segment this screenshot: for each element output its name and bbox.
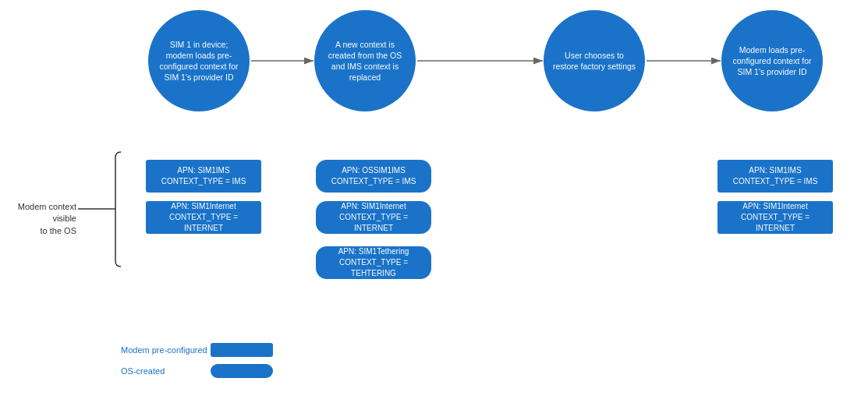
ctx-box-1a: APN: SIM1IMSCONTEXT_TYPE = IMS — [146, 160, 261, 193]
ctx-box-4a-text: APN: SIM1IMSCONTEXT_TYPE = IMS — [733, 165, 818, 187]
ctx-box-4a: APN: SIM1IMSCONTEXT_TYPE = IMS — [717, 160, 833, 193]
ctx-box-2b: APN: SIM1InternetCONTEXT_TYPE = INTERNET — [316, 201, 431, 234]
ctx-box-2c: APN: SIM1TetheringCONTEXT_TYPE = TEHTERI… — [316, 246, 431, 279]
modem-label-line1: Modem context visible — [18, 202, 76, 223]
legend-modem-pre-text: Modem pre-configured — [121, 345, 207, 355]
modem-label-line2: to the OS — [41, 226, 76, 235]
legend-os-created-box — [211, 364, 273, 378]
circle-step4: Modem loads pre-configured context for S… — [721, 10, 823, 111]
legend-modem-pre-label: Modem pre-configured — [121, 345, 207, 355]
circle4-text: Modem loads pre-configured context for S… — [729, 44, 815, 78]
diagram-container: SIM 1 in device; modem loads pre-configu… — [0, 0, 868, 417]
circle2-text: A new context is created from the OS and… — [322, 39, 408, 83]
ctx-box-2a-text: APN: OSSIM1IMSCONTEXT_TYPE = IMS — [331, 165, 416, 187]
ctx-box-1b: APN: SIM1InternetCONTEXT_TYPE = INTERNET — [146, 201, 261, 234]
ctx-box-2b-text: APN: SIM1InternetCONTEXT_TYPE = INTERNET — [322, 201, 425, 234]
circle-step3: User chooses to restore factory settings — [544, 10, 645, 111]
ctx-box-2a: APN: OSSIM1IMSCONTEXT_TYPE = IMS — [316, 160, 431, 193]
legend-modem-pre-box — [211, 343, 273, 357]
ctx-box-1a-text: APN: SIM1IMSCONTEXT_TYPE = IMS — [161, 165, 246, 187]
circle-step2: A new context is created from the OS and… — [314, 10, 416, 111]
bracket — [115, 152, 121, 267]
circle-step1: SIM 1 in device; modem loads pre-configu… — [148, 10, 250, 111]
ctx-box-1b-text: APN: SIM1InternetCONTEXT_TYPE = INTERNET — [152, 201, 255, 234]
legend-os-created-label: OS-created — [121, 366, 165, 376]
circle3-text: User chooses to restore factory settings — [551, 50, 637, 72]
modem-context-label: Modem context visible to the OS — [6, 201, 76, 237]
legend-os-created-text: OS-created — [121, 366, 165, 376]
circle1-text: SIM 1 in device; modem loads pre-configu… — [156, 39, 242, 83]
ctx-box-4b: APN: SIM1InternetCONTEXT_TYPE = INTERNET — [717, 201, 833, 234]
ctx-box-4b-text: APN: SIM1InternetCONTEXT_TYPE = INTERNET — [724, 201, 827, 234]
ctx-box-2c-text: APN: SIM1TetheringCONTEXT_TYPE = TEHTERI… — [322, 246, 425, 279]
